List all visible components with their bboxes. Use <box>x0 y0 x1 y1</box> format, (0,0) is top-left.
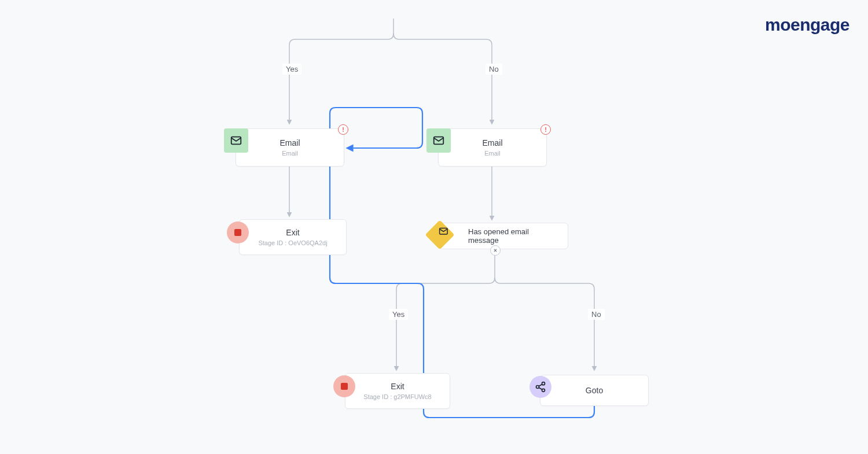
svg-point-5 <box>542 389 545 392</box>
email-node-left[interactable]: Email Email ! <box>236 128 344 167</box>
email-left-title: Email <box>279 138 300 147</box>
stop-icon <box>227 222 249 243</box>
branch1-no-label: No <box>486 64 502 75</box>
condition-title: Has opened email message <box>468 227 558 245</box>
exit-node-left[interactable]: Exit Stage ID : OeVO6QA2dj <box>239 219 347 255</box>
exit-node-bottom[interactable]: Exit Stage ID : g2PMFUWc8 <box>345 373 450 409</box>
condition-icon <box>429 224 450 245</box>
email-right-sub: Email <box>484 150 501 157</box>
alert-icon: ! <box>540 124 551 135</box>
email-left-sub: Email <box>282 150 298 157</box>
exit-left-sub: Stage ID : OeVO6QA2dj <box>258 239 327 246</box>
svg-point-4 <box>536 386 539 389</box>
alert-icon: ! <box>338 124 348 135</box>
stop-icon <box>333 375 355 397</box>
share-icon <box>529 376 551 398</box>
email-icon <box>426 128 451 153</box>
email-right-title: Email <box>482 138 502 147</box>
goto-title: Goto <box>586 386 603 395</box>
condition-node[interactable]: Has opened email message <box>439 223 568 249</box>
brand-logo: moengage <box>765 15 849 35</box>
exit-bottom-sub: Stage ID : g2PMFUWc8 <box>363 393 431 400</box>
branch-indicator-icon <box>490 245 501 256</box>
svg-point-3 <box>542 382 545 385</box>
exit-bottom-title: Exit <box>391 382 404 391</box>
email-node-right[interactable]: Email Email ! <box>438 128 547 167</box>
branch2-no-label: No <box>588 309 605 320</box>
email-icon <box>224 128 248 153</box>
branch2-yes-label: Yes <box>389 309 408 320</box>
branch1-yes-label: Yes <box>282 64 301 75</box>
flow-canvas: moengage Yes No Email Email <box>0 0 868 454</box>
exit-left-title: Exit <box>286 228 299 237</box>
goto-node[interactable]: Goto <box>540 375 649 406</box>
